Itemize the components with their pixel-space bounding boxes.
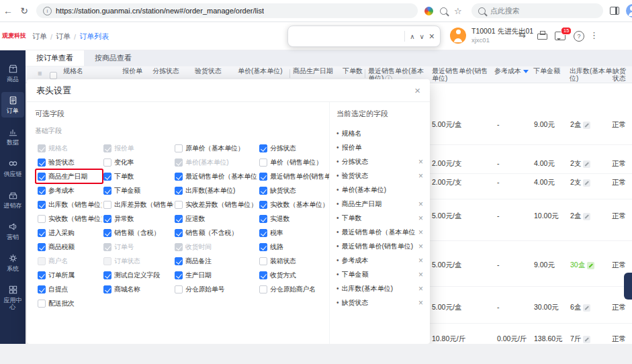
column-header[interactable]: 出库数(基本单位) xyxy=(570,68,614,82)
checkbox[interactable] xyxy=(259,158,267,167)
field-checkbox-item[interactable]: 自提点 xyxy=(36,283,102,295)
column-header[interactable]: 下单金额 xyxy=(533,68,566,75)
checkbox[interactable] xyxy=(175,271,183,279)
checkbox[interactable] xyxy=(38,158,46,167)
edit-icon[interactable] xyxy=(583,161,590,168)
browser-quick-search[interactable]: 点此搜索 xyxy=(471,3,603,18)
field-checkbox-item[interactable]: 实收数（基本单位） xyxy=(258,198,329,211)
field-checkbox-item[interactable]: 装箱状态 xyxy=(258,255,329,267)
checkbox[interactable] xyxy=(259,173,267,181)
field-checkbox-item[interactable]: 生产日期 xyxy=(173,269,258,281)
checkbox[interactable] xyxy=(259,271,267,279)
browser-url-bar[interactable]: i https://station.guanmai.cn/station/new… xyxy=(36,3,418,18)
edit-icon[interactable] xyxy=(583,304,590,312)
side-panel-icon[interactable] xyxy=(610,7,619,15)
checkbox[interactable] xyxy=(259,187,267,195)
sidebar-item-app-center[interactable]: 应用中心 xyxy=(1,281,24,314)
checkbox[interactable] xyxy=(38,173,46,181)
field-checkbox-item[interactable]: 应退数 xyxy=(173,212,258,225)
printer-icon[interactable] xyxy=(537,34,547,40)
sidebar-item-supply-chain[interactable]: 供应链 xyxy=(1,155,24,181)
sidebar-item-marketing[interactable]: 营销 xyxy=(1,218,24,244)
field-checkbox-item[interactable]: 进入采购 xyxy=(36,226,102,239)
field-checkbox-item[interactable]: 缺货状态 xyxy=(258,184,329,197)
checkbox[interactable] xyxy=(38,187,46,195)
field-checkbox-item[interactable]: 实退数 xyxy=(258,212,329,225)
field-checkbox-item[interactable]: 下单金额 xyxy=(102,184,173,197)
field-checkbox-item[interactable]: 参考成本 xyxy=(36,184,102,197)
select-all-checkbox[interactable] xyxy=(50,72,57,79)
page-info-icon[interactable]: i xyxy=(43,7,52,15)
remove-field-icon[interactable]: × xyxy=(418,256,423,265)
sidebar-item-data[interactable]: 数据 xyxy=(1,124,24,149)
column-header[interactable]: 单价(基本单位) xyxy=(238,68,294,75)
checkbox[interactable] xyxy=(259,257,267,265)
field-checkbox-item[interactable]: 商品生产日期 xyxy=(36,170,102,183)
field-checkbox-item[interactable]: 商品备注 xyxy=(173,255,258,267)
column-header[interactable]: 最近销售单价(销售单位) xyxy=(432,68,494,82)
field-checkbox-item[interactable]: 销售额（不含税） xyxy=(173,226,258,239)
field-checkbox-item[interactable]: 线路 xyxy=(258,240,329,253)
checkbox[interactable] xyxy=(103,173,111,181)
zoom-icon[interactable] xyxy=(440,7,447,15)
checkbox[interactable] xyxy=(103,158,111,167)
message-icon[interactable]: 15 xyxy=(555,32,566,40)
find-close-icon[interactable]: × xyxy=(429,31,435,42)
checkbox[interactable] xyxy=(103,285,111,293)
column-header[interactable]: 报价单 xyxy=(122,68,153,75)
find-next-icon[interactable]: ∨ xyxy=(419,33,424,40)
checkbox[interactable] xyxy=(175,201,183,209)
remove-field-icon[interactable]: × xyxy=(418,199,423,209)
breadcrumb-item[interactable]: 订单 xyxy=(32,32,47,42)
bookmark-star-icon[interactable]: ☆ xyxy=(454,6,462,16)
user-avatar[interactable] xyxy=(450,28,466,44)
browser-profile-avatar[interactable] xyxy=(626,4,632,17)
remove-field-icon[interactable]: × xyxy=(418,298,423,308)
checkbox[interactable] xyxy=(38,229,46,237)
remove-field-icon[interactable]: × xyxy=(418,228,423,237)
checkbox[interactable] xyxy=(38,215,46,223)
column-header[interactable]: 商品生产日期 xyxy=(293,68,337,75)
column-header[interactable]: 规格名 xyxy=(63,68,110,75)
find-input[interactable] xyxy=(294,32,400,41)
field-checkbox-item[interactable]: 订单所属 xyxy=(36,269,102,281)
checkbox[interactable] xyxy=(259,243,267,251)
field-checkbox-item[interactable]: 实收数（销售单位） xyxy=(36,212,102,225)
field-checkbox-item[interactable]: 出库数(基本单位) xyxy=(173,184,258,197)
breadcrumb-item[interactable]: 订单 xyxy=(56,32,71,42)
checkbox[interactable] xyxy=(103,271,111,279)
column-header[interactable]: 参考成本 xyxy=(494,68,535,75)
switch-store-icon[interactable]: ⇆ xyxy=(518,30,526,40)
find-previous-icon[interactable]: ∧ xyxy=(410,33,414,40)
sidebar-item-system[interactable]: 系统 xyxy=(1,250,24,275)
checkbox[interactable] xyxy=(38,285,46,293)
field-checkbox-item[interactable]: 实收差异数（销售单位） xyxy=(173,198,258,211)
field-checkbox-item[interactable]: 分仓原始单号 xyxy=(173,283,258,295)
checkbox[interactable] xyxy=(259,215,267,223)
field-checkbox-item[interactable]: 分仓原始商户名 xyxy=(258,283,329,295)
field-checkbox-item[interactable]: 单价（销售单位） xyxy=(258,156,329,169)
checkbox[interactable] xyxy=(175,144,183,152)
edit-icon[interactable] xyxy=(583,179,590,187)
tab-by-product[interactable]: 按商品查看 xyxy=(84,50,142,66)
field-checkbox-item[interactable]: 下单数 xyxy=(102,170,173,183)
field-checkbox-item[interactable]: 商城名称 xyxy=(102,283,173,295)
field-checkbox-item[interactable]: 分拣状态 xyxy=(258,142,329,154)
remove-field-icon[interactable]: × xyxy=(418,171,423,181)
checkbox[interactable] xyxy=(259,201,267,209)
field-checkbox-item[interactable]: 出库数（销售单位） xyxy=(36,198,102,211)
field-checkbox-item[interactable]: 原单价（基本单位） xyxy=(173,142,258,154)
checkbox[interactable] xyxy=(175,173,183,181)
browser-reload-icon[interactable]: ↻ xyxy=(16,5,32,16)
checkbox[interactable] xyxy=(175,229,183,237)
remove-field-icon[interactable]: × xyxy=(418,270,423,279)
help-icon[interactable]: ? xyxy=(574,31,584,42)
column-header[interactable]: 下单数 xyxy=(343,68,367,75)
remove-field-icon[interactable]: × xyxy=(418,157,423,167)
sidebar-item-inventory[interactable]: 进销存 xyxy=(1,187,24,212)
field-checkbox-item[interactable]: 商品税额 xyxy=(36,240,102,253)
field-checkbox-item[interactable]: 测试自定义字段 xyxy=(102,269,173,281)
checkbox[interactable] xyxy=(175,257,183,265)
checkbox[interactable] xyxy=(175,285,183,293)
edit-icon[interactable] xyxy=(583,336,590,343)
